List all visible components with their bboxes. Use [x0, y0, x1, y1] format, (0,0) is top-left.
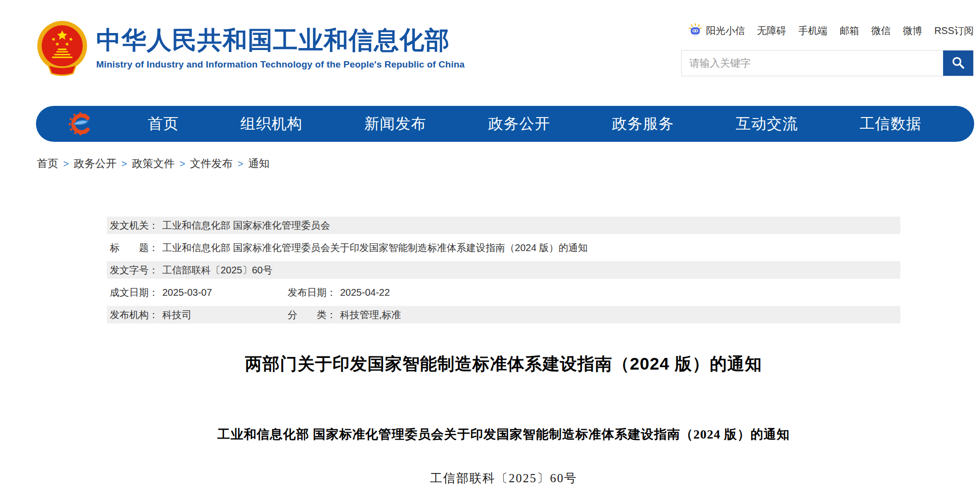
breadcrumb-separator: >	[121, 158, 127, 169]
meta-row-title: 标 题： 工业和信息化部 国家标准化管理委员会关于印发国家智能制造标准体系建设指…	[107, 239, 900, 256]
breadcrumb-home[interactable]: 首页	[37, 156, 58, 171]
document-number-line: 工信部联科〔2025〕60号	[107, 470, 900, 486]
weibo-link[interactable]: 微博	[903, 24, 922, 37]
meta-value: 2025-04-22	[340, 284, 390, 301]
rss-link[interactable]: RSS订阅	[934, 24, 974, 37]
nav-items: 首页 组织机构 新闻发布 政务公开 政务服务 互动交流 工信数据	[93, 114, 974, 134]
site-brand: 中华人民共和国工业和信息化部 Ministry of Industry and …	[35, 20, 464, 78]
nav-item-home[interactable]: 首页	[148, 114, 179, 134]
main-nav: 首页 组织机构 新闻发布 政务公开 政务服务 互动交流 工信数据	[36, 106, 974, 142]
sunshine-assistant-link[interactable]: 阳光小信	[688, 23, 745, 38]
nav-item-organization[interactable]: 组织机构	[241, 114, 303, 134]
meta-label: 分 类：	[288, 306, 336, 323]
brand-text: 中华人民共和国工业和信息化部 Ministry of Industry and …	[96, 20, 464, 70]
meta-cell-category: 分 类： 科技管理,标准	[288, 306, 401, 323]
breadcrumb-gov-disclosure[interactable]: 政务公开	[74, 156, 117, 171]
meta-label: 发文机关：	[110, 217, 158, 234]
national-emblem-icon	[35, 20, 89, 78]
meta-value: 科技管理,标准	[340, 306, 401, 323]
breadcrumb: 首页 > 政务公开 > 政策文件 > 文件发布 > 通知	[37, 156, 270, 171]
article-subtitle: 工业和信息化部 国家标准化管理委员会关于印发国家智能制造标准体系建设指南（202…	[107, 426, 900, 443]
breadcrumb-separator: >	[238, 158, 243, 169]
meta-row-issuing-agency: 发文机关： 工业和信息化部 国家标准化管理委员会	[107, 217, 900, 234]
meta-row-document-number: 发文字号： 工信部联科〔2025〕60号	[107, 261, 900, 279]
meta-cell: 发文机关： 工业和信息化部 国家标准化管理委员会	[110, 217, 330, 234]
meta-label: 发布日期：	[288, 284, 336, 301]
utility-link-row: 阳光小信 无障碍 手机端 邮箱 微信 微博 RSS订阅	[681, 22, 974, 39]
meta-cell-written-date: 成文日期： 2025-03-07	[110, 284, 212, 301]
accessibility-link[interactable]: 无障碍	[757, 24, 786, 37]
meta-cell: 标 题： 工业和信息化部 国家标准化管理委员会关于印发国家智能制造标准体系建设指…	[110, 239, 588, 256]
meta-value: 工信部联科〔2025〕60号	[162, 261, 273, 279]
wechat-link[interactable]: 微信	[871, 24, 891, 37]
header-utilities: 阳光小信 无障碍 手机端 邮箱 微信 微博 RSS订阅	[681, 22, 974, 76]
site-subtitle: Ministry of Industry and Information Tec…	[96, 59, 464, 70]
mail-link[interactable]: 邮箱	[840, 24, 859, 37]
meta-label: 发布机构：	[110, 306, 158, 323]
meta-cell: 发文字号： 工信部联科〔2025〕60号	[110, 261, 273, 279]
meta-label: 发文字号：	[110, 261, 158, 279]
meta-cell-publish-date: 发布日期： 2025-04-22	[288, 284, 390, 301]
breadcrumb-notice[interactable]: 通知	[248, 156, 270, 171]
breadcrumb-policy-documents[interactable]: 政策文件	[132, 156, 174, 171]
nav-item-gov-services[interactable]: 政务服务	[612, 114, 674, 134]
breadcrumb-separator: >	[63, 158, 69, 169]
sunshine-assistant-label: 阳光小信	[706, 24, 745, 37]
nav-item-news[interactable]: 新闻发布	[364, 114, 427, 134]
nav-item-miit-data[interactable]: 工信数据	[860, 114, 922, 134]
nav-item-interaction[interactable]: 互动交流	[736, 114, 798, 134]
meta-value: 工业和信息化部 国家标准化管理委员会关于印发国家智能制造标准体系建设指南（202…	[162, 239, 588, 256]
meta-row-publisher-category: 发布机构： 科技司 分 类： 科技管理,标准	[107, 306, 900, 323]
document-meta-table: 发文机关： 工业和信息化部 国家标准化管理委员会 标 题： 工业和信息化部 国家…	[107, 217, 900, 328]
miit-gear-logo-icon	[67, 111, 93, 137]
search-input[interactable]	[682, 51, 943, 76]
breadcrumb-document-release[interactable]: 文件发布	[190, 156, 233, 171]
article-title: 两部门关于印发国家智能制造标准体系建设指南（2024 版）的通知	[107, 353, 900, 375]
meta-value: 科技司	[162, 306, 191, 323]
meta-row-dates: 成文日期： 2025-03-07 发布日期： 2025-04-22	[107, 284, 900, 301]
breadcrumb-separator: >	[179, 158, 185, 169]
robot-assistant-icon	[688, 23, 703, 38]
search-icon	[951, 55, 965, 71]
meta-label: 成文日期：	[110, 284, 158, 301]
nav-item-gov-disclosure[interactable]: 政务公开	[488, 114, 550, 134]
meta-value: 2025-03-07	[162, 284, 212, 301]
meta-cell-publisher: 发布机构： 科技司	[110, 306, 191, 323]
site-title: 中华人民共和国工业和信息化部	[96, 26, 464, 55]
meta-label: 标 题：	[110, 239, 158, 256]
search-bar	[681, 50, 974, 76]
meta-value: 工业和信息化部 国家标准化管理委员会	[162, 217, 330, 234]
page: 中华人民共和国工业和信息化部 Ministry of Industry and …	[0, 0, 980, 491]
search-button[interactable]	[943, 51, 973, 76]
article-body: 两部门关于印发国家智能制造标准体系建设指南（2024 版）的通知 工业和信息化部…	[107, 353, 900, 486]
mobile-site-link[interactable]: 手机端	[798, 24, 827, 37]
